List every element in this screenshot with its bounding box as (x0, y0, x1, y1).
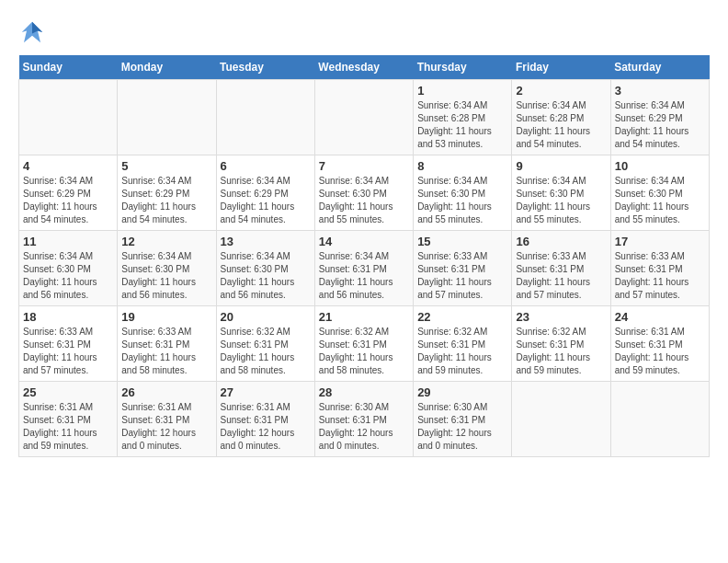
calendar-cell: 14Sunrise: 6:34 AM Sunset: 6:31 PM Dayli… (314, 231, 413, 306)
day-info: Sunrise: 6:31 AM Sunset: 6:31 PM Dayligh… (23, 401, 113, 453)
day-info: Sunrise: 6:30 AM Sunset: 6:31 PM Dayligh… (417, 401, 507, 453)
day-number: 29 (417, 385, 507, 399)
calendar-cell: 16Sunrise: 6:33 AM Sunset: 6:31 PM Dayli… (512, 231, 610, 306)
page-header (18, 18, 710, 46)
calendar-cell: 10Sunrise: 6:34 AM Sunset: 6:30 PM Dayli… (610, 155, 709, 231)
day-info: Sunrise: 6:31 AM Sunset: 6:31 PM Dayligh… (615, 326, 705, 377)
day-number: 7 (319, 159, 409, 173)
calendar-cell (216, 80, 314, 155)
day-info: Sunrise: 6:32 AM Sunset: 6:31 PM Dayligh… (417, 326, 507, 377)
day-number: 19 (121, 310, 211, 324)
day-number: 13 (221, 235, 311, 248)
calendar-body: 1Sunrise: 6:34 AM Sunset: 6:28 PM Daylig… (19, 80, 710, 457)
calendar-cell (610, 382, 709, 457)
calendar-cell: 13Sunrise: 6:34 AM Sunset: 6:30 PM Dayli… (216, 231, 314, 306)
calendar-cell: 4Sunrise: 6:34 AM Sunset: 6:29 PM Daylig… (19, 155, 118, 231)
calendar-cell: 27Sunrise: 6:31 AM Sunset: 6:31 PM Dayli… (216, 382, 314, 457)
calendar-cell (512, 382, 610, 457)
day-info: Sunrise: 6:34 AM Sunset: 6:30 PM Dayligh… (615, 175, 705, 226)
day-info: Sunrise: 6:34 AM Sunset: 6:29 PM Dayligh… (615, 99, 705, 151)
day-info: Sunrise: 6:31 AM Sunset: 6:31 PM Dayligh… (221, 401, 311, 453)
calendar-cell: 18Sunrise: 6:33 AM Sunset: 6:31 PM Dayli… (19, 306, 118, 382)
calendar-cell: 29Sunrise: 6:30 AM Sunset: 6:31 PM Dayli… (414, 382, 512, 457)
day-info: Sunrise: 6:30 AM Sunset: 6:31 PM Dayligh… (319, 401, 409, 453)
calendar-cell: 12Sunrise: 6:34 AM Sunset: 6:30 PM Dayli… (118, 231, 216, 306)
day-info: Sunrise: 6:34 AM Sunset: 6:28 PM Dayligh… (417, 99, 507, 151)
calendar-cell (314, 80, 413, 155)
day-number: 16 (516, 235, 606, 248)
calendar-cell: 21Sunrise: 6:32 AM Sunset: 6:31 PM Dayli… (314, 306, 413, 382)
weekday-thursday: Thursday (414, 55, 512, 80)
calendar-week-2: 4Sunrise: 6:34 AM Sunset: 6:29 PM Daylig… (19, 155, 710, 231)
day-info: Sunrise: 6:34 AM Sunset: 6:29 PM Dayligh… (221, 175, 311, 226)
calendar-cell: 6Sunrise: 6:34 AM Sunset: 6:29 PM Daylig… (216, 155, 314, 231)
day-info: Sunrise: 6:34 AM Sunset: 6:30 PM Dayligh… (23, 250, 113, 302)
weekday-sunday: Sunday (19, 55, 118, 80)
day-number: 23 (516, 310, 606, 324)
calendar-cell: 1Sunrise: 6:34 AM Sunset: 6:28 PM Daylig… (414, 80, 512, 155)
calendar-cell: 22Sunrise: 6:32 AM Sunset: 6:31 PM Dayli… (414, 306, 512, 382)
day-info: Sunrise: 6:32 AM Sunset: 6:31 PM Dayligh… (221, 326, 311, 377)
day-info: Sunrise: 6:33 AM Sunset: 6:31 PM Dayligh… (417, 250, 507, 302)
day-info: Sunrise: 6:34 AM Sunset: 6:30 PM Dayligh… (516, 175, 606, 226)
calendar-cell: 3Sunrise: 6:34 AM Sunset: 6:29 PM Daylig… (610, 80, 709, 155)
calendar-cell: 9Sunrise: 6:34 AM Sunset: 6:30 PM Daylig… (512, 155, 610, 231)
calendar-week-5: 25Sunrise: 6:31 AM Sunset: 6:31 PM Dayli… (19, 382, 710, 457)
calendar-cell (118, 80, 216, 155)
calendar-cell: 20Sunrise: 6:32 AM Sunset: 6:31 PM Dayli… (216, 306, 314, 382)
day-info: Sunrise: 6:32 AM Sunset: 6:31 PM Dayligh… (319, 326, 409, 377)
day-number: 6 (221, 159, 311, 173)
calendar-cell: 26Sunrise: 6:31 AM Sunset: 6:31 PM Dayli… (118, 382, 216, 457)
day-info: Sunrise: 6:34 AM Sunset: 6:30 PM Dayligh… (121, 250, 211, 302)
calendar-cell: 11Sunrise: 6:34 AM Sunset: 6:30 PM Dayli… (19, 231, 118, 306)
day-number: 1 (417, 84, 507, 98)
day-info: Sunrise: 6:33 AM Sunset: 6:31 PM Dayligh… (121, 326, 211, 377)
calendar-cell: 2Sunrise: 6:34 AM Sunset: 6:28 PM Daylig… (512, 80, 610, 155)
day-number: 15 (417, 235, 507, 248)
day-info: Sunrise: 6:34 AM Sunset: 6:30 PM Dayligh… (417, 175, 507, 226)
calendar-cell: 28Sunrise: 6:30 AM Sunset: 6:31 PM Dayli… (314, 382, 413, 457)
day-info: Sunrise: 6:34 AM Sunset: 6:29 PM Dayligh… (121, 175, 211, 226)
logo (18, 18, 50, 46)
weekday-friday: Friday (512, 55, 610, 80)
day-info: Sunrise: 6:34 AM Sunset: 6:28 PM Dayligh… (516, 99, 606, 151)
day-info: Sunrise: 6:34 AM Sunset: 6:31 PM Dayligh… (319, 250, 409, 302)
day-info: Sunrise: 6:34 AM Sunset: 6:30 PM Dayligh… (319, 175, 409, 226)
day-number: 14 (319, 235, 409, 248)
day-info: Sunrise: 6:33 AM Sunset: 6:31 PM Dayligh… (516, 250, 606, 302)
day-info: Sunrise: 6:32 AM Sunset: 6:31 PM Dayligh… (516, 326, 606, 377)
day-number: 22 (417, 310, 507, 324)
day-number: 17 (615, 235, 705, 248)
day-number: 3 (615, 84, 705, 98)
day-number: 4 (23, 159, 113, 173)
calendar-cell: 7Sunrise: 6:34 AM Sunset: 6:30 PM Daylig… (314, 155, 413, 231)
day-number: 12 (121, 235, 211, 248)
day-number: 8 (417, 159, 507, 173)
calendar-cell: 17Sunrise: 6:33 AM Sunset: 6:31 PM Dayli… (610, 231, 709, 306)
logo-icon (18, 18, 46, 46)
day-number: 27 (221, 385, 311, 399)
day-number: 11 (23, 235, 113, 248)
weekday-wednesday: Wednesday (314, 55, 413, 80)
weekday-header-row: SundayMondayTuesdayWednesdayThursdayFrid… (19, 55, 710, 80)
day-number: 18 (23, 310, 113, 324)
day-info: Sunrise: 6:31 AM Sunset: 6:31 PM Dayligh… (121, 401, 211, 453)
calendar-week-1: 1Sunrise: 6:34 AM Sunset: 6:28 PM Daylig… (19, 80, 710, 155)
day-number: 20 (221, 310, 311, 324)
day-number: 25 (23, 385, 113, 399)
calendar-cell: 15Sunrise: 6:33 AM Sunset: 6:31 PM Dayli… (414, 231, 512, 306)
day-number: 24 (615, 310, 705, 324)
day-info: Sunrise: 6:33 AM Sunset: 6:31 PM Dayligh… (615, 250, 705, 302)
day-number: 28 (319, 385, 409, 399)
weekday-tuesday: Tuesday (216, 55, 314, 80)
calendar-cell: 25Sunrise: 6:31 AM Sunset: 6:31 PM Dayli… (19, 382, 118, 457)
day-number: 9 (516, 159, 606, 173)
day-number: 26 (121, 385, 211, 399)
day-number: 5 (121, 159, 211, 173)
day-info: Sunrise: 6:34 AM Sunset: 6:29 PM Dayligh… (23, 175, 113, 226)
day-number: 2 (516, 84, 606, 98)
weekday-saturday: Saturday (610, 55, 709, 80)
calendar-cell (19, 80, 118, 155)
day-number: 21 (319, 310, 409, 324)
calendar-week-4: 18Sunrise: 6:33 AM Sunset: 6:31 PM Dayli… (19, 306, 710, 382)
